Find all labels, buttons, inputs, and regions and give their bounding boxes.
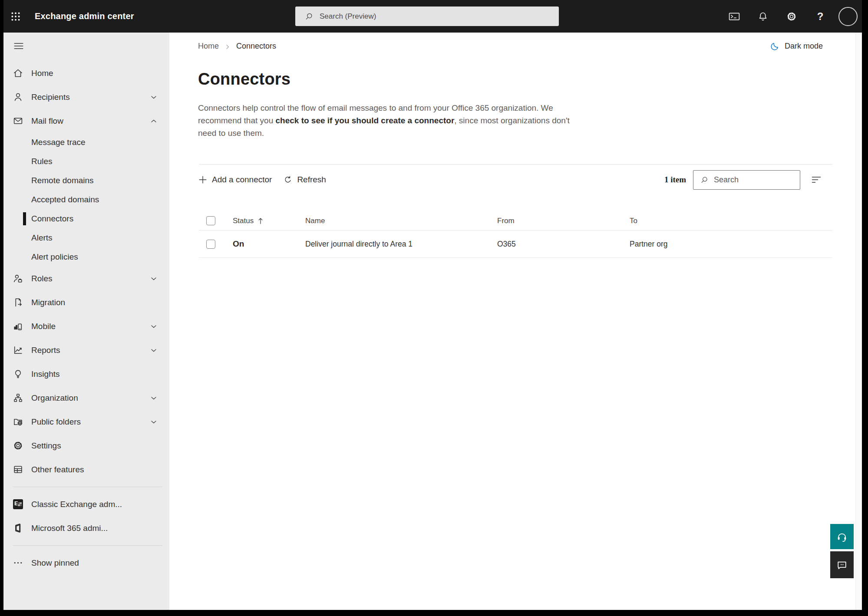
add-connector-button[interactable]: Add a connector [198, 175, 272, 184]
sidebar-item-recipients[interactable]: Recipients [3, 85, 169, 109]
connectors-table: Status Name From To OnDeliver journal di… [199, 211, 832, 258]
sidebar-item-mobile[interactable]: Mobile [3, 314, 169, 338]
toolbar-divider [199, 164, 832, 165]
list-toolbar: Add a connector Refresh 1 item [169, 168, 862, 191]
column-header-name[interactable]: Name [303, 217, 495, 225]
sidebar-item-migration[interactable]: Migration [3, 290, 169, 314]
sidebar-item-label: Message trace [31, 138, 86, 147]
table-header-row: Status Name From To [199, 211, 832, 231]
sidebar-item-microsoft-365-admi[interactable]: Microsoft 365 admi... [3, 516, 169, 540]
add-connector-label: Add a connector [212, 175, 272, 184]
table-body: OnDeliver journal directly to Area 1O365… [199, 231, 832, 258]
status-cell-value: On [233, 239, 244, 249]
topbar-actions: ? [714, 6, 862, 27]
app-launcher-icon [10, 11, 21, 22]
sidebar-item-label: Public folders [31, 417, 81, 427]
to-header-label: To [630, 217, 637, 225]
sidebar-item-label: Other features [31, 465, 84, 474]
column-header-from[interactable]: From [495, 217, 627, 225]
support-button[interactable] [830, 524, 854, 549]
chevron-down-icon [149, 346, 158, 355]
sidebar-item-insights[interactable]: Insights [3, 362, 169, 386]
status-cell: On [230, 239, 303, 249]
chevron-down-icon [149, 394, 158, 402]
app-launcher-button[interactable] [3, 0, 28, 33]
sidebar-item-label: Remote domains [31, 176, 94, 185]
m365-logo-icon [13, 523, 23, 534]
vertical-scrollbar[interactable] [855, 33, 862, 610]
to-cell: Partner org [627, 240, 832, 249]
sidebar-item-show-pinned[interactable]: Show pinned [3, 551, 169, 575]
sidebar-item-label: Rules [31, 157, 53, 166]
chevron-down-icon [149, 274, 158, 283]
sidebar-item-connectors[interactable]: Connectors [3, 209, 169, 228]
sidebar-item-alert-policies[interactable]: Alert policies [3, 247, 169, 267]
chevron-up-icon [149, 117, 158, 125]
refresh-label: Refresh [297, 175, 326, 184]
migration-icon [13, 297, 23, 308]
chevron-down-icon [149, 322, 158, 331]
collapse-nav-button[interactable] [13, 40, 24, 52]
name-cell: Deliver journal directly to Area 1 [303, 240, 495, 249]
sidebar-item-rules[interactable]: Rules [3, 152, 169, 171]
notifications-button[interactable] [754, 6, 772, 27]
sidebar-item-label: Microsoft 365 admi... [31, 524, 108, 533]
refresh-icon [283, 175, 293, 184]
sidebar-item-accepted-domains[interactable]: Accepted domains [3, 190, 169, 209]
sidebar-item-home[interactable]: Home [3, 61, 169, 85]
from-cell: O365 [495, 240, 627, 249]
name-cell-value: Deliver journal directly to Area 1 [305, 240, 413, 249]
settings-button[interactable] [783, 6, 800, 27]
select-all-checkbox[interactable] [206, 216, 215, 225]
list-search-input[interactable] [714, 175, 792, 184]
sidebar-item-label: Home [31, 69, 53, 78]
sidebar-item-classic-exchange-adm[interactable]: EClassic Exchange adm... [3, 492, 169, 516]
sort-ascending-icon [257, 217, 264, 224]
sidebar-item-roles[interactable]: Roles [3, 267, 169, 290]
global-search-input[interactable] [320, 12, 537, 21]
breadcrumb: Home Connectors [198, 42, 862, 51]
column-header-status[interactable]: Status [230, 217, 303, 225]
sidebar-item-message-trace[interactable]: Message trace [3, 133, 169, 152]
help-button[interactable]: ? [812, 6, 829, 27]
sidebar: HomeRecipientsMail flowMessage traceRule… [3, 33, 169, 610]
insights-icon [13, 369, 23, 379]
table-row[interactable]: OnDeliver journal directly to Area 1O365… [199, 231, 832, 258]
sidebar-item-label: Classic Exchange adm... [31, 500, 122, 509]
sidebar-item-mail-flow[interactable]: Mail flow [3, 109, 169, 133]
sidebar-item-organization[interactable]: Organization [3, 386, 169, 410]
status-header-label: Status [233, 217, 254, 225]
page-title: Connectors [198, 70, 862, 89]
dark-mode-toggle[interactable]: Dark mode [770, 41, 823, 51]
sidebar-item-label: Alert policies [31, 252, 78, 262]
to-cell-value: Partner org [630, 240, 668, 249]
sidebar-item-label: Settings [31, 441, 61, 451]
plus-icon [198, 175, 208, 184]
description-link[interactable]: check to see if you should create a conn… [275, 116, 454, 125]
powershell-button[interactable] [726, 6, 743, 27]
search-icon [305, 12, 314, 21]
sidebar-item-reports[interactable]: Reports [3, 338, 169, 362]
sidebar-item-public-folders[interactable]: Public folders [3, 410, 169, 434]
sidebar-nav-list: HomeRecipientsMail flowMessage traceRule… [3, 61, 169, 575]
sidebar-item-label: Alerts [31, 233, 53, 243]
list-search-box[interactable] [693, 170, 800, 190]
person-icon [13, 92, 23, 102]
sidebar-item-alerts[interactable]: Alerts [3, 228, 169, 247]
item-count: 1 item [664, 175, 686, 184]
row-checkbox[interactable] [206, 240, 215, 249]
sidebar-item-other-features[interactable]: Other features [3, 458, 169, 481]
account-avatar[interactable] [838, 7, 858, 26]
sidebar-item-label: Organization [31, 393, 78, 403]
filter-button[interactable] [810, 173, 823, 186]
feedback-button[interactable] [830, 551, 854, 578]
chevron-right-icon [224, 43, 231, 50]
breadcrumb-home-link[interactable]: Home [198, 42, 219, 51]
global-search-box[interactable] [295, 7, 559, 26]
page-description: Connectors help control the flow of emai… [198, 102, 571, 139]
sidebar-item-settings[interactable]: Settings [3, 434, 169, 458]
public-folders-icon [13, 416, 23, 427]
refresh-button[interactable]: Refresh [283, 175, 326, 184]
column-header-to[interactable]: To [627, 217, 832, 225]
sidebar-item-remote-domains[interactable]: Remote domains [3, 171, 169, 190]
